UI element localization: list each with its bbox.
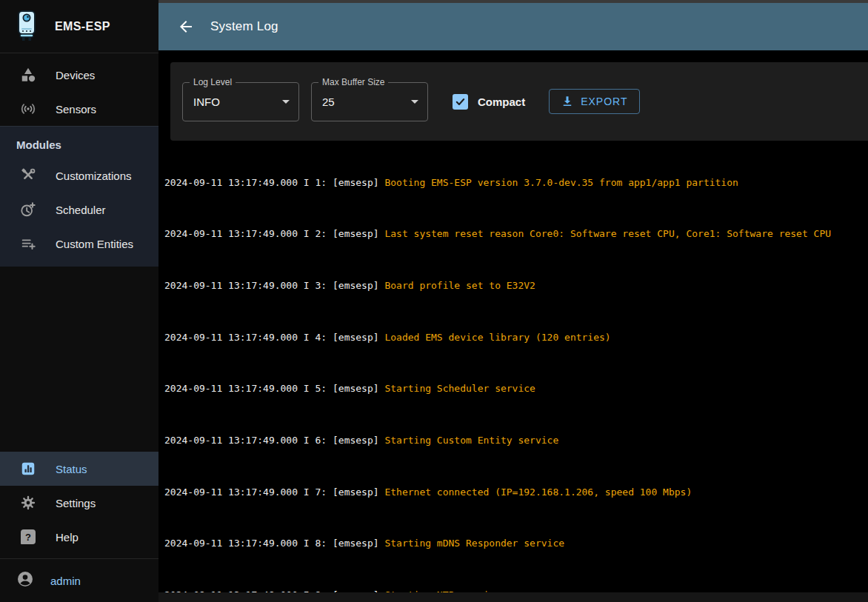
ems-esp-app: EMS-ESP Devices Sens [0,0,868,602]
sidebar-item-label: Help [56,531,79,544]
sidebar-item-status[interactable]: Status [0,452,158,486]
log-level-select[interactable]: Log Level INFO [182,82,299,121]
page-title: System Log [210,19,278,34]
log-toolbar: Log Level INFO Max Buffer Size 25 Compa [170,62,868,141]
log-line-message: Starting Custom Entity service [384,435,558,446]
max-buffer-value: 25 [322,96,411,108]
sidebar-item-custom-entities[interactable]: Custom Entities [0,227,158,261]
log-line-meta: 2024-09-11 13:17:49.000 I 4: [emsesp] [164,332,384,343]
sidebar-item-help[interactable]: ? Help [0,520,158,554]
more-time-icon [19,201,37,218]
user-name: admin [50,575,81,587]
category-icon [19,66,37,84]
back-arrow-icon[interactable] [177,18,195,36]
log-line-meta: 2024-09-11 13:17:49.000 I 6: [emsesp] [164,435,384,446]
log-output: 2024-09-11 13:17:49.000 I 1: [emsesp] Bo… [158,141,868,592]
sidebar-item-customizations[interactable]: Customizations [0,158,158,193]
sidebar-main-nav: Devices Sensors [0,53,158,126]
log-line-message: Booting EMS-ESP version 3.7.0-dev.35 fro… [384,177,738,188]
log-line-message: Board profile set to E32V2 [384,280,535,291]
sidebar-item-label: Settings [56,497,96,509]
main-area: System Log Log Level INFO Max Buffer Siz… [158,0,868,602]
log-line-message: Loaded EMS device library (120 entries) [384,332,610,343]
download-icon [561,95,574,108]
sidebar: EMS-ESP Devices Sens [0,0,158,602]
log-level-value: INFO [193,96,282,108]
log-line: 2024-09-11 13:17:49.000 I 4: [emsesp] Lo… [164,331,862,344]
page-bottom-strip [158,592,868,602]
brand-header: EMS-ESP [0,0,158,53]
log-line: 2024-09-11 13:17:49.000 I 1: [emsesp] Bo… [164,176,862,189]
log-line-meta: 2024-09-11 13:17:49.000 I 5: [emsesp] [164,383,384,394]
max-buffer-select[interactable]: Max Buffer Size 25 [311,82,428,121]
sidebar-item-label: Status [56,463,87,475]
log-line-message: Last system reset reason Core0: Software… [384,228,831,239]
modules-section-header: Modules [0,138,158,151]
export-button[interactable]: EXPORT [549,89,639,114]
log-line-message: Starting mDNS Responder service [384,538,564,549]
sidebar-item-scheduler[interactable]: Scheduler [0,193,158,227]
account-circle-icon [16,570,34,591]
log-line: 2024-09-11 13:17:49.000 I 3: [emsesp] Bo… [164,279,862,292]
sidebar-item-label: Devices [56,69,95,81]
help-icon: ? [19,528,37,546]
analytics-icon [19,460,37,478]
log-line-meta: 2024-09-11 13:17:49.000 I 7: [emsesp] [164,486,384,498]
sidebar-item-label: Scheduler [56,204,106,216]
appbar: System Log [158,3,868,50]
compact-checkbox-row: Compact [453,94,525,110]
chevron-down-icon [282,100,290,104]
log-line: 2024-09-11 13:17:49.000 I 7: [emsesp] Et… [164,486,862,498]
gear-icon [19,494,37,512]
log-line: 2024-09-11 13:17:49.000 I 6: [emsesp] St… [164,434,862,447]
content: Log Level INFO Max Buffer Size 25 Compa [158,50,868,592]
compact-checkbox[interactable] [453,94,468,110]
sidebar-item-label: Custom Entities [56,238,133,250]
construction-icon [19,167,37,184]
sidebar-item-sensors[interactable]: Sensors [0,92,158,126]
sidebar-spacer [0,267,158,452]
sidebar-item-label: Customizations [56,170,132,182]
log-line-message: Ethernet connected (IP=192.168.1.206, sp… [384,486,692,498]
log-level-label: Log Level [190,77,236,87]
log-line: 2024-09-11 13:17:49.000 I 5: [emsesp] St… [164,382,862,395]
sidebar-item-label: Sensors [56,103,96,116]
sensors-icon [19,100,37,118]
log-line: 2024-09-11 13:17:49.000 I 2: [emsesp] La… [164,227,862,240]
log-line-meta: 2024-09-11 13:17:49.000 I 1: [emsesp] [164,177,384,188]
chevron-down-icon [411,100,418,104]
log-line: 2024-09-11 13:17:49.000 I 8: [emsesp] St… [164,537,862,549]
log-line-meta: 2024-09-11 13:17:49.000 I 3: [emsesp] [164,280,384,291]
log-line-message: Starting Scheduler service [384,383,535,394]
log-line-meta: 2024-09-11 13:17:49.000 I 2: [emsesp] [164,228,384,239]
sidebar-user-admin[interactable]: admin [0,559,158,602]
max-buffer-label: Max Buffer Size [318,77,388,87]
sidebar-item-settings[interactable]: Settings [0,486,158,520]
playlist-add-icon [19,235,37,252]
log-line-meta: 2024-09-11 13:17:49.000 I 8: [emsesp] [164,538,384,549]
compact-label: Compact [478,96,525,108]
export-label: EXPORT [581,96,627,107]
modules-section: Modules Customizations [0,126,158,267]
boiler-logo-icon [13,8,41,45]
brand-title: EMS-ESP [55,20,110,33]
sidebar-item-devices[interactable]: Devices [0,58,158,92]
